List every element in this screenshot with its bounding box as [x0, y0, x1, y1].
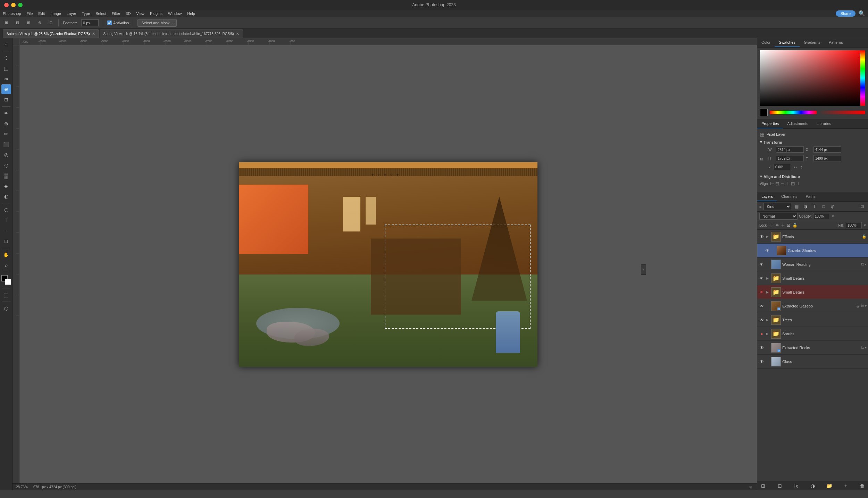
layer-woman-reading[interactable]: 👁 ▶ Woman Reading fx ▾ — [757, 258, 868, 271]
menu-edit[interactable]: Edit — [38, 11, 45, 16]
feather-input[interactable] — [81, 19, 99, 26]
right-panel-collapse[interactable]: › — [641, 264, 646, 275]
tool-lasso[interactable]: ∞ — [1, 74, 11, 84]
current-fg-color[interactable] — [760, 109, 768, 116]
menu-select[interactable]: Select — [95, 11, 106, 16]
tool-quickmask[interactable]: ⬚ — [1, 290, 11, 300]
fill-input[interactable] — [846, 222, 862, 228]
adjustment-icon[interactable]: ◑ — [809, 483, 817, 489]
menu-plugins[interactable]: Plugins — [150, 11, 162, 16]
link-icon[interactable]: ⊡ — [760, 157, 767, 161]
angle-input[interactable] — [774, 164, 791, 170]
flip-v-icon[interactable]: ↕ — [800, 164, 802, 170]
tab-adjustments[interactable]: Adjustments — [783, 119, 812, 128]
layer-effects[interactable]: 👁 ▶ 📁 Effects 🔒 — [757, 230, 868, 244]
tool-quick-select[interactable]: ⊕ — [1, 84, 11, 94]
height-input[interactable] — [776, 155, 804, 161]
y-input[interactable] — [813, 155, 841, 161]
menu-layer[interactable]: Layer — [67, 11, 76, 16]
tab-paths[interactable]: Paths — [802, 192, 820, 201]
filter-shape-icon[interactable]: □ — [820, 203, 827, 210]
lock-transparent-icon[interactable]: ⬚ — [770, 223, 774, 228]
filter-toggle[interactable]: ⊡ — [858, 203, 866, 210]
tool-pen[interactable]: ⬡ — [1, 205, 11, 215]
menu-view[interactable]: View — [136, 11, 144, 16]
opacity-input[interactable] — [813, 213, 829, 219]
tool-screenmode[interactable]: ⬡ — [1, 304, 11, 313]
x-input[interactable] — [813, 146, 841, 153]
width-input[interactable] — [776, 146, 804, 153]
color-swatch[interactable] — [1, 275, 11, 285]
menu-type[interactable]: Type — [82, 11, 90, 16]
align-bottom-icon[interactable]: ⊥ — [796, 181, 800, 186]
tab-patterns[interactable]: Patterns — [825, 38, 847, 47]
flip-h-icon[interactable]: ↔ — [793, 164, 798, 170]
antialias-checkbox[interactable] — [107, 20, 112, 25]
lock-position-icon[interactable]: ✛ — [781, 223, 785, 228]
tool-crop[interactable]: ⊡ — [1, 95, 11, 104]
align-left-icon[interactable]: ⊢ — [770, 181, 774, 186]
layer-extracted-rocks[interactable]: 👁 ▶ ◎ Extracted Rocks fx ▾ — [757, 341, 868, 355]
tool-eyedropper[interactable]: ✒ — [1, 108, 11, 118]
layer-small-details-2[interactable]: 👁 ▶ 📁 Small Details — [757, 285, 868, 299]
layer-eye-effects[interactable]: 👁 — [759, 234, 765, 240]
tool-type[interactable]: T — [1, 216, 11, 225]
tool-rectangular-marquee[interactable]: ⬚ — [1, 64, 11, 73]
lock-all-icon[interactable]: 🔒 — [792, 223, 798, 228]
tool-history-brush[interactable]: ◎ — [1, 150, 11, 160]
layer-eye-extracted-gazebo[interactable]: 👁 — [759, 303, 765, 309]
delete-layer-icon[interactable]: 🗑 — [858, 483, 866, 489]
select-and-mask-button[interactable]: Select and Mask... — [137, 19, 177, 27]
tool-move[interactable] — [1, 53, 11, 63]
search-icon[interactable]: 🔍 — [858, 10, 865, 17]
tool-hand[interactable]: ✋ — [1, 250, 11, 260]
layer-extracted-gazebo[interactable]: 👁 ▶ ◎ Extracted Gazebo ◎ fx ▾ — [757, 299, 868, 313]
layer-expand-small-details-2[interactable]: ▶ — [765, 290, 770, 295]
tool-shape[interactable]: □ — [1, 236, 11, 246]
tab-autumn-view[interactable]: Autumn View.psb @ 28.8% (Gazebo Shadow, … — [3, 29, 99, 38]
layer-eye-glass[interactable]: 👁 — [759, 358, 765, 365]
tool-blur[interactable]: ◈ — [1, 181, 11, 191]
tab-swatches[interactable]: Swatches — [775, 38, 800, 47]
layer-eye-extracted-rocks[interactable]: 👁 — [759, 345, 765, 351]
transform-header[interactable]: ▾ Transform — [760, 140, 865, 144]
blend-mode-select[interactable]: Normal — [759, 213, 798, 220]
tool-stamp[interactable]: ⬛ — [1, 140, 11, 149]
menu-image[interactable]: Image — [50, 11, 61, 16]
menu-3d[interactable]: 3D — [126, 11, 131, 16]
close-button[interactable] — [4, 3, 9, 7]
share-button[interactable]: Share — [836, 10, 856, 17]
filter-pixel-icon[interactable]: ▦ — [793, 203, 800, 210]
align-header[interactable]: ▾ Align and Distribute — [760, 174, 865, 179]
tab-color[interactable]: Color — [757, 38, 775, 47]
fill-arrow[interactable]: ▾ — [864, 223, 866, 228]
group-layers-icon[interactable]: 📁 — [825, 483, 833, 489]
maximize-button[interactable] — [18, 3, 23, 7]
tool-eraser[interactable]: ◌ — [1, 160, 11, 170]
background-color[interactable] — [5, 279, 11, 285]
add-fx-icon[interactable]: fx — [792, 483, 800, 489]
tab-libraries[interactable]: Libraries — [812, 119, 835, 128]
new-layer-icon[interactable]: ＋ — [842, 483, 850, 489]
layer-eye-gazebo-shadow[interactable]: 👁 — [764, 247, 770, 254]
hue-strip[interactable] — [860, 50, 865, 106]
layer-shrubs[interactable]: ● ▶ 📁 Shrubs — [757, 327, 868, 341]
menu-help[interactable]: Help — [187, 11, 195, 16]
kind-select[interactable]: Kind — [763, 203, 791, 210]
layer-gazebo-shadow[interactable]: 👁 ▶ Gazebo Shadow — [757, 244, 868, 258]
layer-glass[interactable]: 👁 ▶ Glass — [757, 355, 868, 369]
layer-eye-small-details-1[interactable]: 👁 — [759, 275, 765, 281]
tool-gradient[interactable]: ▒ — [1, 171, 11, 180]
align-center-icon[interactable]: ⊟ — [775, 181, 779, 186]
layer-expand-small-details-1[interactable]: ▶ — [765, 276, 770, 281]
link-layers-icon[interactable]: ⊞ — [759, 483, 767, 489]
align-top-icon[interactable]: ⊤ — [786, 181, 790, 186]
menu-photoshop[interactable]: Photoshop — [3, 11, 21, 16]
menu-file[interactable]: File — [27, 11, 33, 16]
minimize-button[interactable] — [11, 3, 16, 7]
layer-small-details-1[interactable]: 👁 ▶ 📁 Small Details — [757, 271, 868, 285]
hue-slider[interactable] — [770, 111, 817, 114]
layer-expand-trees[interactable]: ▶ — [765, 318, 770, 322]
tool-path-selection[interactable]: → — [1, 226, 11, 236]
menu-window[interactable]: Window — [168, 11, 182, 16]
